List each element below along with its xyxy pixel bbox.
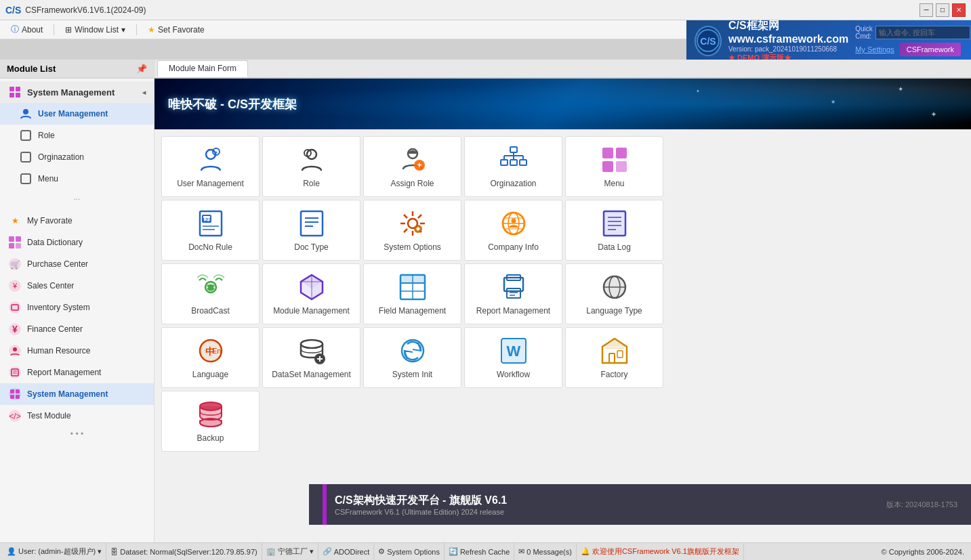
doctype-cell-label: Doc Type (294, 242, 328, 252)
status-messages[interactable]: ✉ 0 Message(s) (514, 543, 577, 560)
star-icon: ★ (148, 25, 155, 35)
system-options-cell-label: System Options (384, 242, 441, 252)
menu-window-list[interactable]: ⊞ Window List ▾ (60, 23, 131, 37)
csframework-button[interactable]: CSFramework (900, 43, 961, 56)
sidebar-item-system-management[interactable]: System Management ◂ (0, 81, 154, 103)
sidebar-item-role[interactable]: Role (0, 125, 154, 146)
sidebar-item-organization[interactable]: Orginazation (0, 146, 154, 168)
language-icon: 中 En (196, 336, 226, 366)
grid-item-data-log[interactable]: Data Log (565, 200, 663, 261)
role-cell-label: Role (303, 179, 320, 188)
svg-rect-54 (616, 161, 627, 172)
grid-item-assign-role[interactable]: + Assign Role (363, 136, 461, 197)
status-refresh[interactable]: 🔄 Refresh Cache (445, 543, 514, 560)
user-status-icon: 👤 (7, 547, 16, 556)
sysopts-icon (398, 209, 428, 238)
grid-item-language[interactable]: 中 En Language (161, 327, 260, 388)
sidebar-item-my-favorate[interactable]: ★ My Favorate (0, 210, 154, 232)
sidebar-pin-icon[interactable]: 📌 (136, 64, 147, 74)
svg-point-23 (13, 347, 17, 351)
grid-item-factory[interactable]: Factory (565, 327, 663, 388)
brand-area: C/S框架网 www.csframework.com Version: pack… (728, 19, 848, 63)
db-status-icon: 🗄 (110, 548, 118, 556)
grid-item-doc-type[interactable]: Doc Type (262, 200, 360, 261)
tab-module-main-form[interactable]: Module Main Form (157, 60, 248, 77)
status-dataset[interactable]: 🗄 Dataset: Normal(SqlServer:120.79.85.97… (106, 543, 262, 560)
menu-set-favorate[interactable]: ★ Set Favorate (142, 23, 210, 37)
grid-item-module-management[interactable]: Module Management (262, 263, 360, 324)
menu-about[interactable]: ⓘ About (5, 22, 48, 37)
icon-grid: + User Management Role (154, 129, 971, 458)
status-company[interactable]: 🏢 宁德工厂 ▾ (262, 543, 318, 560)
grid-item-menu[interactable]: Menu (565, 136, 663, 197)
bottom-subtitle: CSFramework V6.1 (Ultimate Edition) 2024… (335, 508, 507, 516)
bottom-banner: C/S架构快速开发平台 - 旗舰版 V6.1 CSFramework V6.1 … (309, 484, 971, 525)
status-system-opts[interactable]: ⚙ System Options (374, 543, 445, 560)
assign-role-icon: + (398, 145, 428, 175)
sidebar-header: Module List 📌 (0, 60, 154, 79)
sidebar-item-data-dictionary[interactable]: Data Dictionary (0, 232, 154, 253)
svg-rect-12 (9, 243, 14, 249)
warning-icon: 🔔 (581, 547, 590, 556)
svg-rect-32 (16, 395, 20, 399)
grid-item-company-info[interactable]: Company Info (464, 200, 562, 261)
grid-item-backup[interactable]: Backup (161, 391, 260, 452)
company-info-cell-label: Company Info (488, 242, 539, 252)
main-content: 唯快不破 - C/S开发框架 ✦ ★ ✦ ✦ + User Management (154, 79, 971, 542)
bottom-version: 版本: 20240818-1753 (886, 500, 957, 510)
menu-label: Menu (38, 174, 58, 184)
sidebar-item-user-management[interactable]: User Management (0, 103, 154, 125)
sidebar-item-test-module[interactable]: </> Test Module (0, 405, 154, 427)
grid-item-orginazation[interactable]: Orginazation (464, 136, 562, 197)
sidebar-item-report-management[interactable]: Report Management (0, 362, 154, 383)
sidebar-item-finance-center[interactable]: ¥ Finance Center (0, 318, 154, 340)
collapse-icon: ◂ (142, 89, 146, 96)
grid-item-user-management[interactable]: + User Management (161, 136, 260, 197)
grid-item-workflow[interactable]: W Workflow (464, 327, 562, 388)
language-cell-label: Language (192, 370, 228, 379)
sales-center-label: Sales Center (27, 281, 74, 290)
sidebar-more-btn[interactable]: ... (0, 190, 154, 204)
grid-item-language-type[interactable]: Language Type (565, 263, 663, 324)
minimize-button[interactable]: ─ (920, 3, 933, 17)
grid-item-system-init[interactable]: System Init (363, 327, 461, 388)
grid-item-report-management[interactable]: Report Management (464, 263, 562, 324)
brand-accent (323, 484, 327, 525)
tab-bar: Module Main Form (154, 60, 971, 79)
system-mgmt-icon (8, 85, 22, 99)
sidebar-item-sales-center[interactable]: ¥ Sales Center (0, 275, 154, 297)
status-bar: 👤 User: (admin-超级用户) ▾ 🗄 Dataset: Normal… (0, 542, 971, 560)
sidebar-item-system-management-nav[interactable]: System Management (0, 383, 154, 405)
maximize-button[interactable]: □ (936, 3, 949, 17)
field-mgmt-icon (398, 272, 428, 302)
svg-point-81 (511, 219, 516, 223)
menu-bar: ⓘ About ⊞ Window List ▾ ★ Set Favorate ?… (0, 20, 971, 39)
sidebar-item-purchase-center[interactable]: 🛒 Purchase Center (0, 253, 154, 275)
menu-grid-icon (600, 145, 629, 175)
quick-cmd-input[interactable] (875, 26, 970, 39)
grid-item-role[interactable]: Role (262, 136, 360, 197)
sidebar-item-human-resource[interactable]: Human Resource (0, 340, 154, 362)
sidebar-item-inventory-system[interactable]: Inventory System (0, 297, 154, 318)
status-welcome: 🔔 欢迎使用CSFramework V6.1旗舰版开发框架 (577, 543, 744, 560)
close-button[interactable]: ✕ (952, 3, 966, 17)
workflow-cell-label: Workflow (497, 370, 530, 379)
svg-text:🛒: 🛒 (10, 259, 20, 270)
grid-item-broadcast[interactable]: BroadCast (161, 263, 260, 324)
user-management-cell-label: User Management (177, 179, 244, 188)
factory-icon (600, 336, 629, 366)
report-mgmt-icon (499, 272, 529, 302)
grid-item-dataset-management[interactable]: DataSet Management (262, 327, 360, 388)
svg-text:+: + (214, 150, 218, 156)
sidebar-item-menu[interactable]: Menu (0, 168, 154, 190)
sidebar-favorites-section: ★ My Favorate Data Dictionary 🛒 Purchase… (0, 207, 154, 444)
my-settings-link[interactable]: My Settings (855, 45, 894, 53)
svg-rect-10 (9, 236, 14, 242)
grid-item-docno-rule[interactable]: 123 DocNo Rule (161, 200, 260, 261)
grid-item-field-management[interactable]: Field Management (363, 263, 461, 324)
status-user[interactable]: 👤 User: (admin-超级用户) ▾ (3, 543, 106, 560)
language-type-cell-label: Language Type (586, 306, 642, 316)
svg-text:+: + (417, 160, 421, 170)
grid-item-system-options[interactable]: System Options (363, 200, 461, 261)
header-brand: C/S C/S框架网 www.csframework.com Version: … (686, 20, 971, 61)
